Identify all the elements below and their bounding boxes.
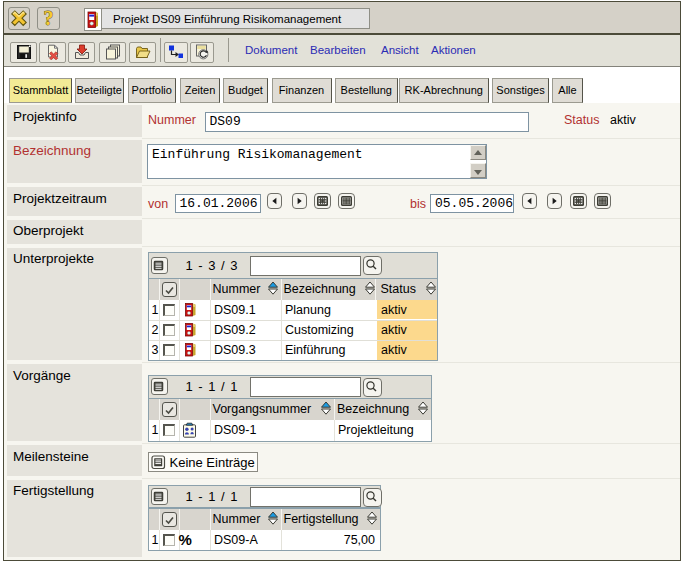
svg-text:?: ? — [44, 8, 54, 29]
